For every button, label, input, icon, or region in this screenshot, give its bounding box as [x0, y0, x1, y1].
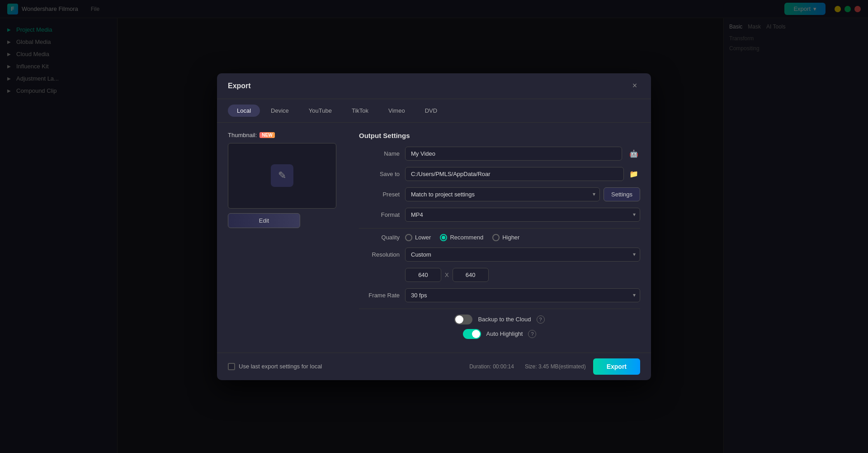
divider-2: [359, 309, 640, 309]
preset-row: Preset Match to project settings Setting…: [359, 187, 640, 201]
folder-browse-button[interactable]: 📁: [627, 167, 640, 180]
save-to-label: Save to: [359, 171, 400, 177]
divider-1: [359, 228, 640, 229]
quality-higher[interactable]: Higher: [492, 234, 519, 241]
resolution-row: Resolution Custom 1920x1080 1280x720: [359, 248, 640, 262]
thumbnail-label: Thumbnail: NEW: [228, 132, 345, 138]
thumbnail-icon: ✎: [271, 164, 293, 187]
auto-highlight-toggle[interactable]: [463, 329, 481, 339]
framerate-select[interactable]: 30 fps 24 fps 60 fps: [405, 288, 640, 302]
save-to-input[interactable]: [405, 167, 624, 181]
name-label: Name: [359, 150, 400, 157]
framerate-label: Frame Rate: [359, 292, 400, 299]
quality-recommend[interactable]: Recommend: [440, 234, 483, 241]
format-select[interactable]: MP4 MOV AVI GIF: [405, 208, 640, 222]
resolution-label: Resolution: [359, 251, 400, 258]
duration-stat: Duration: 00:00:14: [469, 363, 514, 370]
output-settings-title: Output Settings: [359, 132, 640, 139]
auto-highlight-label: Auto Highlight: [486, 330, 523, 337]
auto-highlight-info[interactable]: ?: [528, 330, 536, 338]
resolution-inputs: X: [405, 268, 640, 282]
backup-cloud-row: Backup to the Cloud ?: [359, 315, 640, 324]
backup-cloud-info[interactable]: ?: [537, 315, 545, 324]
export-final-button[interactable]: Export: [593, 358, 640, 375]
ai-icon-button[interactable]: 🤖: [627, 147, 640, 160]
dialog-close-button[interactable]: ×: [629, 81, 640, 91]
save-to-row: Save to 📁: [359, 167, 640, 181]
radio-recommend: [440, 234, 447, 241]
backup-cloud-toggle[interactable]: [454, 315, 472, 324]
use-last-settings-label[interactable]: Use last export settings for local: [228, 363, 322, 370]
thumbnail-box: ✎: [228, 143, 336, 209]
tab-dvd[interactable]: DVD: [416, 105, 446, 117]
tab-youtube[interactable]: YouTube: [300, 105, 341, 117]
tab-tiktok[interactable]: TikTok: [343, 105, 377, 117]
dialog-footer: Use last export settings for local Durat…: [217, 353, 651, 380]
tab-vimeo[interactable]: Vimeo: [379, 105, 414, 117]
dialog-header: Export ×: [217, 73, 651, 99]
backup-cloud-label: Backup to the Cloud: [478, 316, 531, 323]
output-panel: Output Settings Name 🤖 Save to 📁 Preset: [345, 132, 640, 343]
name-input[interactable]: [405, 147, 622, 161]
res-height-input[interactable]: [453, 268, 489, 282]
radio-higher: [492, 234, 500, 241]
format-label: Format: [359, 211, 400, 218]
preset-select[interactable]: Match to project settings: [405, 187, 600, 201]
preset-select-wrapper: Match to project settings: [405, 187, 600, 201]
settings-button[interactable]: Settings: [604, 187, 640, 201]
auto-highlight-row: Auto Highlight ?: [359, 329, 640, 339]
preset-label: Preset: [359, 191, 400, 198]
framerate-select-wrapper: 30 fps 24 fps 60 fps: [405, 288, 640, 302]
radio-lower: [405, 234, 412, 241]
tab-local[interactable]: Local: [228, 105, 260, 117]
tab-device[interactable]: Device: [262, 105, 298, 117]
new-badge: NEW: [259, 132, 274, 138]
footer-stats: Duration: 00:00:14 Size: 3.45 MB(estimat…: [469, 363, 586, 370]
quality-radio-group: Lower Recommend Higher: [405, 234, 519, 241]
export-dialog: Export × Local Device YouTube TikTok Vim…: [217, 73, 651, 380]
use-last-checkbox[interactable]: [228, 363, 235, 370]
thumbnail-panel: Thumbnail: NEW ✎ Edit: [228, 132, 345, 343]
dialog-title: Export: [228, 82, 251, 90]
res-width-input[interactable]: [405, 268, 441, 282]
quality-label: Quality: [359, 234, 400, 241]
dialog-tabs: Local Device YouTube TikTok Vimeo DVD: [217, 99, 651, 123]
edit-thumbnail-button[interactable]: Edit: [228, 213, 300, 228]
resolution-select[interactable]: Custom 1920x1080 1280x720: [405, 248, 640, 262]
res-x-label: X: [445, 272, 449, 278]
size-stat: Size: 3.45 MB(estimated): [525, 363, 586, 370]
framerate-row: Frame Rate 30 fps 24 fps 60 fps: [359, 288, 640, 302]
format-row: Format MP4 MOV AVI GIF: [359, 208, 640, 222]
quality-lower[interactable]: Lower: [405, 234, 431, 241]
format-select-wrapper: MP4 MOV AVI GIF: [405, 208, 640, 222]
dialog-body: Thumbnail: NEW ✎ Edit Output Settings Na…: [217, 123, 651, 353]
name-row: Name 🤖: [359, 147, 640, 161]
resolution-select-wrapper: Custom 1920x1080 1280x720: [405, 248, 640, 262]
quality-row: Quality Lower Recommend Higher: [359, 234, 640, 241]
